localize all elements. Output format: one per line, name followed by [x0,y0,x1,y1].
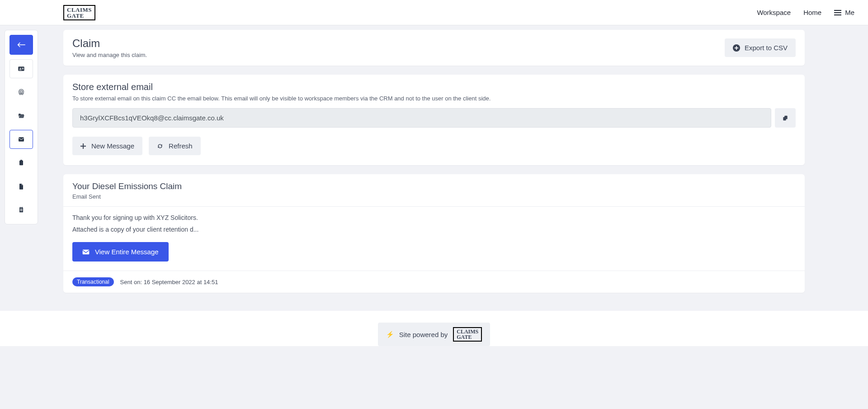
envelope-icon [82,249,90,255]
store-email-description: To store external email on this claim CC… [72,95,796,102]
message-body-line1: Thank you for signing up with XYZ Solici… [72,214,796,221]
powered-by-label: Site powered by [399,331,448,338]
nav-me[interactable]: Me [834,9,854,16]
folder-open-icon [18,112,25,119]
view-message-label: View Entire Message [95,248,159,256]
footer-brand-logo: CLAIMS GATE [453,327,482,342]
store-email-card: Store external email To store external e… [63,75,805,165]
nav-home[interactable]: Home [803,9,821,16]
export-csv-button[interactable]: Export to CSV [725,38,796,57]
nav-home-label: Home [803,9,821,16]
svg-rect-5 [19,137,24,141]
notepad-icon [18,206,25,214]
brand-logo[interactable]: CLAIMS GATE [63,5,95,20]
svg-rect-9 [20,209,22,209]
copy-icon [782,114,788,122]
sidebar [5,30,38,224]
sidebar-item-files[interactable] [9,106,33,125]
svg-rect-14 [22,207,23,208]
message-title: Your Diesel Emissions Claim [72,181,796,191]
message-status: Email Sent [72,193,796,200]
page-subtitle: View and manage this claim. [72,52,147,58]
plus-icon [80,143,86,149]
sidebar-item-documents[interactable] [9,177,33,196]
svg-rect-12 [20,207,20,208]
svg-rect-6 [19,161,23,166]
svg-rect-3 [22,68,24,68]
clipboard-icon [18,159,25,166]
plus-circle-icon [733,44,740,52]
top-nav-bar: CLAIMS GATE Workspace Home Me [0,0,868,25]
nav-workspace-label: Workspace [757,9,791,16]
svg-point-1 [20,68,21,69]
message-sent-on: Sent on: 16 September 2022 at 14:51 [120,279,218,285]
sidebar-item-tasks[interactable] [9,153,33,172]
footer: ⚡ Site powered by CLAIMS GATE [0,311,868,346]
page-title: Claim [72,37,147,50]
svg-rect-2 [19,70,21,70]
brand-line2: GATE [67,13,92,19]
refresh-button[interactable]: Refresh [149,137,201,155]
sidebar-item-identity[interactable] [9,83,33,102]
main-content: Claim View and manage this claim. Export… [63,30,805,293]
nav-me-label: Me [845,9,854,16]
svg-rect-13 [21,207,21,208]
svg-rect-16 [783,117,786,120]
sidebar-item-email[interactable] [9,130,33,149]
arrow-left-icon [17,42,25,48]
svg-rect-17 [83,249,90,254]
sidebar-item-notes[interactable] [9,200,33,219]
copy-email-button[interactable] [775,108,796,128]
message-type-badge: Transactional [72,277,114,286]
refresh-icon [157,143,163,149]
refresh-label: Refresh [169,142,193,150]
sidebar-back-button[interactable] [9,35,33,55]
nav-workspace[interactable]: Workspace [757,9,791,16]
external-email-input[interactable] [72,108,771,128]
envelope-icon [18,136,25,143]
new-message-label: New Message [91,142,134,150]
bolt-icon: ⚡ [386,331,394,338]
svg-rect-10 [20,209,22,210]
svg-rect-7 [20,160,22,161]
new-message-button[interactable]: New Message [72,137,142,155]
view-entire-message-button[interactable]: View Entire Message [72,242,169,262]
fingerprint-icon [18,89,25,96]
id-card-icon [18,65,25,72]
powered-by-badge[interactable]: ⚡ Site powered by CLAIMS GATE [378,323,491,346]
svg-rect-11 [20,210,22,211]
claim-header-card: Claim View and manage this claim. Export… [63,30,805,66]
file-icon [18,183,25,190]
menu-icon [834,10,841,15]
message-body-line2: Attached is a copy of your client retent… [72,226,796,233]
store-email-title: Store external email [72,82,796,92]
message-card: Your Diesel Emissions Claim Email Sent T… [63,174,805,293]
top-nav-links: Workspace Home Me [757,9,854,16]
export-csv-label: Export to CSV [745,44,788,52]
sidebar-item-contact[interactable] [9,59,33,78]
svg-rect-4 [22,69,24,69]
